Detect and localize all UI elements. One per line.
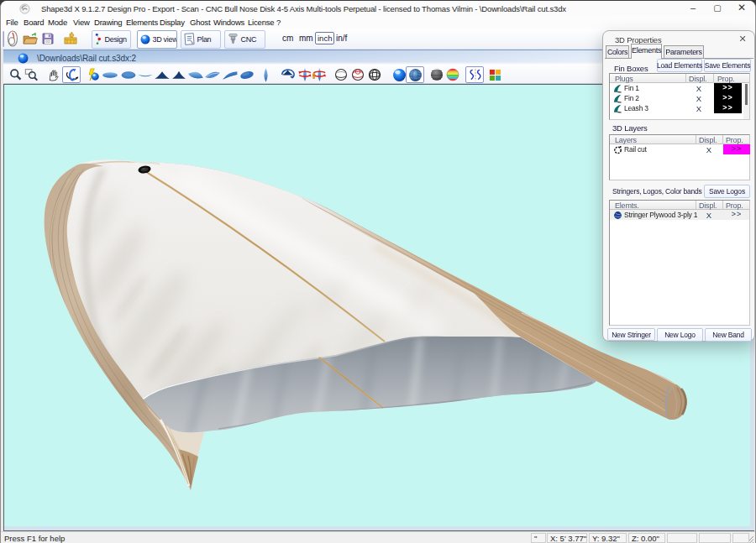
maximize-button[interactable]: ▢ <box>706 1 729 16</box>
column-header-displ[interactable]: Displ. <box>699 201 717 210</box>
horizontal-scrollbar[interactable] <box>4 526 750 530</box>
tab-colors[interactable]: Colors <box>606 45 629 58</box>
sphere-rainbow-tool[interactable] <box>444 66 462 83</box>
menu-drawing[interactable]: Drawing <box>94 18 122 27</box>
3d-view-button[interactable]: 3D view <box>137 30 177 49</box>
new-stringer-button[interactable]: New Stringer <box>607 328 655 341</box>
table-row[interactable]: Stringer Plywood 3-ply 1X>> <box>610 210 749 220</box>
prop-button[interactable]: >> <box>723 210 750 220</box>
document-icon <box>18 53 29 64</box>
column-header-displ[interactable]: Displ. <box>689 75 706 83</box>
close-button[interactable]: ✕ <box>730 1 753 16</box>
scrollbar-thumb[interactable] <box>745 84 748 105</box>
rotate-3d-tool[interactable] <box>62 66 81 83</box>
3d-view-button-label: 3D view <box>153 35 178 44</box>
column-header-name[interactable]: Elemts. <box>615 201 639 210</box>
sphere-textured-tool[interactable] <box>406 66 424 83</box>
menu-license[interactable]: License <box>248 18 274 27</box>
color-squares-tool[interactable] <box>486 66 504 83</box>
menu-file[interactable]: File <box>6 18 18 27</box>
panel-close-icon[interactable]: ✕ <box>737 34 748 44</box>
unit-inch[interactable]: inch <box>315 32 334 44</box>
status-cell-6 <box>732 533 749 543</box>
sphere-wire-red-tool[interactable] <box>349 66 367 83</box>
save-elements-button[interactable]: Save Elements <box>704 59 751 72</box>
unit-inf[interactable]: in/f <box>336 34 347 43</box>
prop-button[interactable]: >> <box>714 103 742 113</box>
displ-flag[interactable]: X <box>702 145 716 154</box>
board-front-tool[interactable] <box>256 66 275 83</box>
toolbar-grabber[interactable] <box>3 31 4 47</box>
table-scrollbar[interactable] <box>743 84 749 119</box>
menu-display[interactable]: Display <box>160 18 185 27</box>
cross-section-front-tool[interactable] <box>153 66 171 83</box>
menu-mode[interactable]: Mode <box>48 18 67 27</box>
minimize-button[interactable]: – <box>681 1 705 16</box>
board-perspective-4-tool[interactable] <box>238 66 256 83</box>
tab-elements[interactable]: Elements <box>631 44 662 58</box>
column-header-name[interactable]: Layers <box>615 136 637 144</box>
column-divider <box>713 74 714 83</box>
sphere-solid-icon <box>392 68 407 82</box>
sphere-wire-dark-tool[interactable] <box>365 66 384 83</box>
column-header-prop[interactable]: Prop. <box>717 75 735 83</box>
sphere-wire-red-icon <box>351 68 365 81</box>
sphere-wire-white-tool[interactable] <box>332 66 350 83</box>
board-perspective-2-tool[interactable] <box>203 66 222 83</box>
column-header-name[interactable]: Plugs <box>615 75 633 83</box>
zoom-window-icon <box>24 68 39 82</box>
board-perspective-1-tool[interactable] <box>186 66 205 83</box>
open-folder-icon[interactable] <box>23 33 38 44</box>
dimensions-icon[interactable] <box>63 32 78 45</box>
menu-elements[interactable]: Elements <box>126 18 158 27</box>
displ-flag[interactable]: X <box>702 211 716 220</box>
displ-flag[interactable]: X <box>692 84 706 93</box>
displ-flag[interactable]: X <box>692 104 706 113</box>
pan-hand-tool[interactable] <box>45 66 63 83</box>
app-logo-icon <box>19 3 30 14</box>
column-header-displ[interactable]: Displ. <box>699 136 717 144</box>
menu-ghost[interactable]: Ghost <box>190 18 210 27</box>
unit-mm[interactable]: mm <box>299 34 313 43</box>
board-perspective-3-tool[interactable] <box>221 66 239 83</box>
tab-parameters[interactable]: Parameters <box>664 45 704 58</box>
new-logo-button[interactable]: New Logo <box>657 328 703 342</box>
menu-windows[interactable]: Windows <box>213 18 244 27</box>
column-divider <box>722 201 723 210</box>
table-row[interactable]: Leash 3X>> <box>610 103 749 113</box>
save-logos-button[interactable]: Save Logos <box>704 185 750 198</box>
table-row[interactable]: Fin 2X>> <box>610 93 749 103</box>
menu-view[interactable]: View <box>73 18 90 27</box>
unit-cm[interactable]: cm <box>282 34 293 43</box>
new-board-icon[interactable] <box>7 30 18 47</box>
light-tool[interactable] <box>84 66 102 83</box>
stringers-table: Elemts.Displ.Prop.Stringer Plywood 3-ply… <box>609 200 750 326</box>
symmetry-tool[interactable] <box>465 66 484 83</box>
status-cell-1: X: 5' 3.77" <box>547 533 587 543</box>
menu-[interactable]: ? <box>276 18 281 27</box>
prop-button[interactable]: >> <box>723 144 750 154</box>
displ-flag[interactable]: X <box>692 94 706 103</box>
3d-layers-label: 3D Layers <box>612 123 648 133</box>
menu-board[interactable]: Board <box>24 18 44 27</box>
column-header-prop[interactable]: Prop. <box>726 201 743 210</box>
save-icon[interactable] <box>42 33 54 44</box>
board-outline-tool[interactable] <box>101 66 119 83</box>
flip-view-tool[interactable] <box>278 66 297 83</box>
column-header-prop[interactable]: Prop. <box>726 136 743 144</box>
document-tab-title[interactable]: \Downloads\Rail cut.s3dx:2 <box>37 54 136 63</box>
plan-button[interactable]: Plan <box>181 30 221 49</box>
prop-button[interactable]: >> <box>714 83 742 93</box>
spin-vertical-tool[interactable] <box>309 66 328 83</box>
board-thickness-tool[interactable] <box>136 66 155 83</box>
zoom-window-tool[interactable] <box>22 66 40 83</box>
table-row[interactable]: Rail cutX>> <box>610 144 749 154</box>
cnc-button[interactable]: CNC <box>224 30 265 49</box>
load-elements-button[interactable]: Load Elements <box>657 59 702 72</box>
table-row[interactable]: Fin 1X>> <box>610 83 749 93</box>
design-button[interactable]: Design <box>92 30 131 49</box>
board-bottom-tool[interactable] <box>119 66 138 83</box>
new-band-button[interactable]: New Band <box>705 328 752 342</box>
prop-button[interactable]: >> <box>714 93 742 103</box>
cross-section-back-tool[interactable] <box>170 66 188 83</box>
